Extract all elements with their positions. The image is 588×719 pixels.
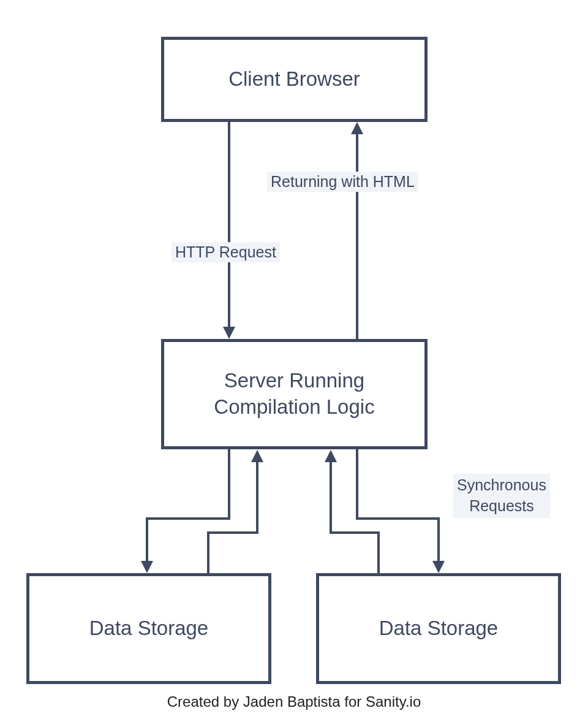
label-sync-requests: Synchronous Requests <box>453 474 550 518</box>
label-http-request: HTTP Request <box>172 242 280 262</box>
edge-storage2-to-server-up <box>331 452 379 573</box>
edge-server-to-storage2-down <box>357 449 439 571</box>
box-data-storage-2: Data Storage <box>316 573 561 684</box>
box-client-browser-label: Client Browser <box>228 66 360 93</box>
box-server: Server Running Compilation Logic <box>161 339 428 449</box>
box-client-browser: Client Browser <box>161 37 428 122</box>
box-data-storage-1-label: Data Storage <box>89 615 208 642</box>
box-server-label: Server Running Compilation Logic <box>176 368 412 420</box>
edge-storage1-to-server-up <box>208 452 257 573</box>
attribution-text: Created by Jaden Baptista for Sanity.io <box>0 693 588 710</box>
box-data-storage-1: Data Storage <box>26 573 271 684</box>
edge-server-to-storage1-down <box>147 449 229 571</box>
box-data-storage-2-label: Data Storage <box>379 615 498 642</box>
diagram-canvas: Client Browser Server Running Compilatio… <box>0 0 588 719</box>
label-returning-html: Returning with HTML <box>267 172 418 192</box>
